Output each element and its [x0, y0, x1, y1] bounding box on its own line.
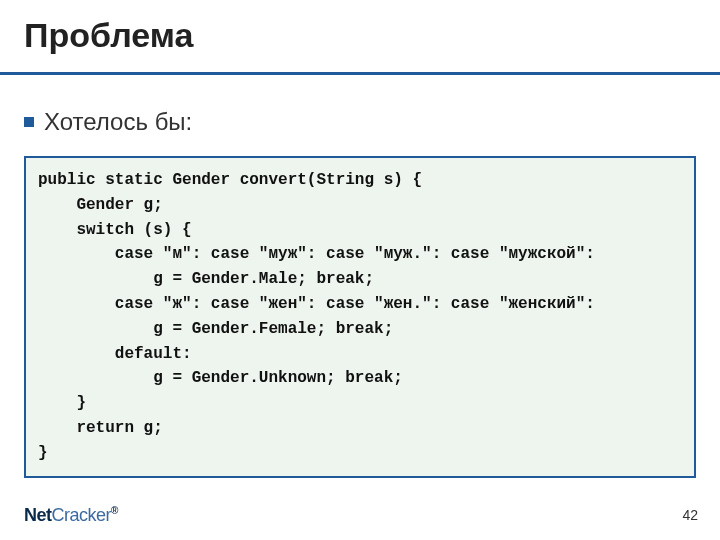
logo-light: Cracker [52, 505, 112, 525]
logo-reg: ® [111, 505, 118, 516]
slide: Проблема Хотелось бы: public static Gend… [0, 0, 720, 540]
logo-strong: Net [24, 505, 52, 525]
footer: NetCracker® 42 [0, 500, 720, 530]
slide-title: Проблема [24, 16, 193, 55]
bullet-icon [24, 117, 34, 127]
divider [0, 72, 720, 75]
bullet-item: Хотелось бы: [24, 108, 192, 136]
page-number: 42 [682, 507, 698, 523]
code-block: public static Gender convert(String s) {… [24, 156, 696, 478]
logo: NetCracker® [24, 505, 118, 526]
bullet-text: Хотелось бы: [44, 108, 192, 136]
